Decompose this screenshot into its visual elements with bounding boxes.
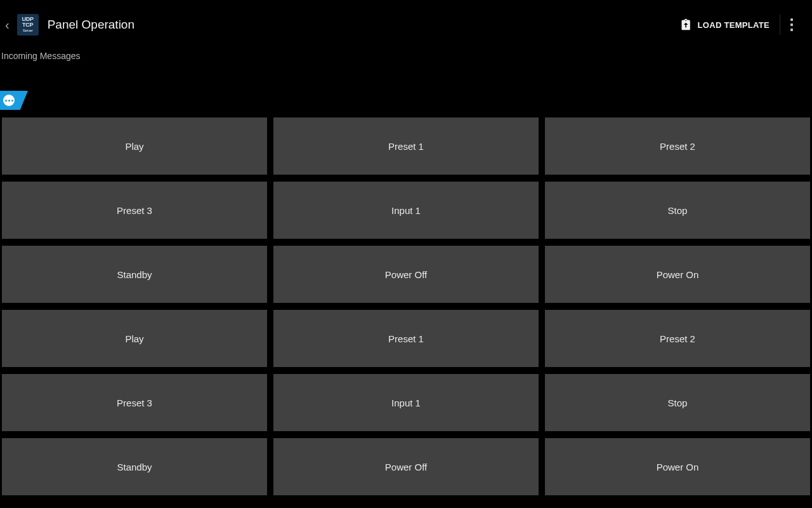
panel-button-label: Stop: [668, 205, 688, 216]
incoming-messages-label: Incoming Messages: [0, 50, 812, 61]
panel-button-label: Play: [125, 141, 143, 152]
back-chevron-icon[interactable]: ‹: [4, 18, 11, 32]
drawer-ellipsis-icon: [3, 95, 15, 106]
panel-button-label: Input 1: [391, 205, 421, 216]
panel-button[interactable]: Preset 1: [273, 117, 539, 175]
header-right: LOAD TEMPLATE: [670, 0, 803, 50]
panel-button[interactable]: Play: [2, 310, 267, 367]
panel-button-label: Standby: [117, 269, 152, 280]
panel-button-label: Play: [125, 333, 143, 344]
header-left: ‹ UDP TCP Server Panel Operation: [4, 14, 134, 36]
panel-button[interactable]: Stop: [545, 374, 810, 431]
overflow-dot-icon: [790, 23, 793, 26]
panel-button-label: Preset 3: [117, 398, 152, 408]
panel-button[interactable]: Power Off: [273, 246, 539, 303]
app-logo-icon[interactable]: UDP TCP Server: [17, 14, 39, 36]
panel-button-label: Power Off: [385, 462, 427, 472]
panel-button[interactable]: Preset 3: [2, 374, 267, 431]
panel-button[interactable]: Preset 3: [2, 182, 267, 239]
page-title: Panel Operation: [48, 18, 134, 32]
panel-button-label: Preset 1: [388, 141, 424, 152]
panel-button-label: Standby: [117, 462, 152, 472]
panel-button[interactable]: Stop: [545, 182, 810, 239]
load-template-button[interactable]: LOAD TEMPLATE: [670, 0, 780, 50]
app-logo-line3: Server: [23, 28, 33, 34]
panel-button[interactable]: Power On: [545, 438, 810, 495]
panel-button[interactable]: Standby: [2, 438, 267, 495]
panel-button-label: Input 1: [391, 398, 421, 408]
panel-button-label: Preset 2: [660, 141, 695, 152]
panel-button-label: Preset 1: [388, 333, 424, 344]
panel-button[interactable]: Power On: [545, 246, 810, 303]
panel-button-grid: PlayPreset 1Preset 2Preset 3Input 1StopS…: [2, 117, 810, 495]
load-template-label: LOAD TEMPLATE: [698, 20, 769, 30]
action-bar: ‹ UDP TCP Server Panel Operation LOAD TE…: [0, 0, 812, 50]
panel-button-label: Power On: [657, 462, 699, 472]
panel-button[interactable]: Input 1: [273, 182, 539, 239]
panel-button[interactable]: Preset 2: [545, 117, 810, 175]
drawer-open-tab[interactable]: [0, 91, 28, 110]
overflow-menu-button[interactable]: [780, 0, 803, 50]
app-logo-line2: TCP: [22, 22, 33, 28]
clipboard-upload-icon: [680, 18, 693, 31]
panel-button[interactable]: Play: [2, 117, 267, 175]
panel-button[interactable]: Power Off: [273, 438, 539, 495]
panel-button[interactable]: Preset 1: [273, 310, 539, 367]
panel-button[interactable]: Standby: [2, 246, 267, 303]
panel-button[interactable]: Preset 2: [545, 310, 810, 367]
panel-button-label: Preset 2: [660, 333, 695, 344]
panel-button-label: Preset 3: [117, 205, 152, 216]
overflow-dot-icon: [790, 29, 793, 31]
panel-button-label: Power On: [657, 269, 699, 280]
panel-button-label: Stop: [668, 398, 688, 408]
overflow-dot-icon: [790, 18, 793, 21]
panel-button[interactable]: Input 1: [273, 374, 539, 431]
panel-button-label: Power Off: [385, 269, 427, 280]
